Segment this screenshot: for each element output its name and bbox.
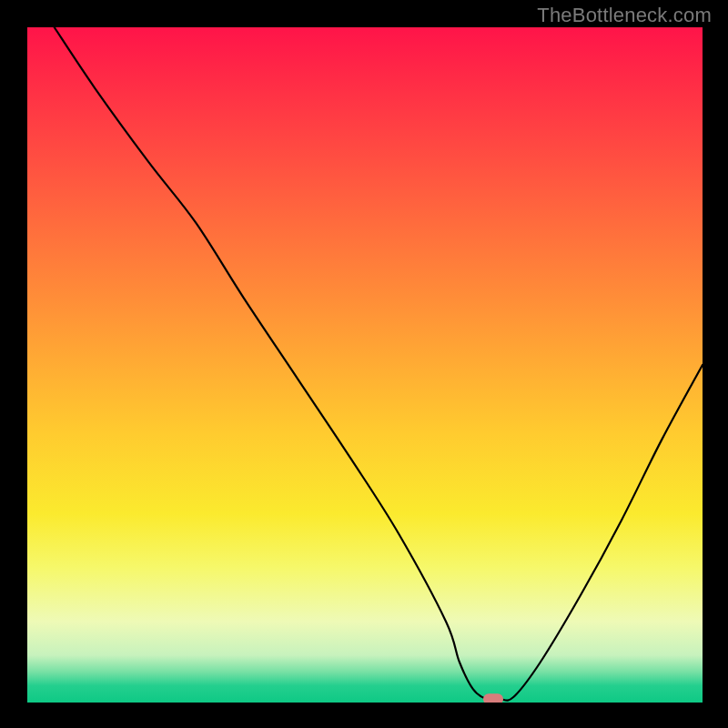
chart-background bbox=[27, 27, 703, 703]
watermark-text: TheBottleneck.com bbox=[537, 4, 712, 27]
chart-svg bbox=[27, 27, 703, 703]
plot-area bbox=[27, 27, 703, 703]
chart-container: TheBottleneck.com bbox=[0, 0, 728, 728]
minimum-marker bbox=[483, 693, 503, 703]
